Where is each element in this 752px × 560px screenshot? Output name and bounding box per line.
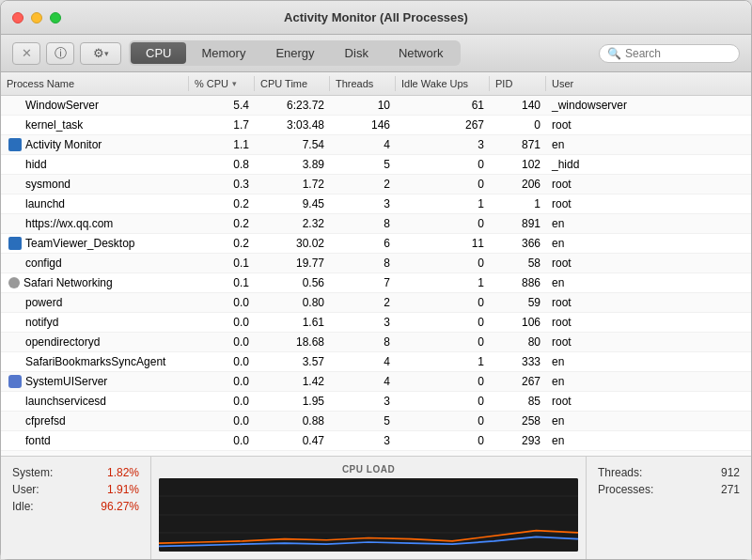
pid-cell: 886 [490,273,546,292]
minimize-button[interactable] [31,12,42,23]
user-cell: root [546,194,640,213]
process-name-cell: notifyd [1,313,189,332]
cpu-time-cell: 9.45 [255,194,330,213]
tab-network[interactable]: Network [384,42,459,64]
table-row[interactable]: cfprefsd 0.0 0.88 5 0 258 en [1,412,751,431]
idle-wake-ups-cell: 0 [396,372,490,391]
col-process-name[interactable]: Process Name [1,76,189,91]
process-icon-placeholder [8,316,22,329]
cpu-pct-cell: 0.0 [189,293,255,312]
close-button[interactable] [12,12,24,23]
process-name-cell: SystemUIServer [1,372,189,391]
threads-cell: 4 [330,372,396,391]
cpu-pct-cell: 0.3 [189,175,255,194]
col-cpu-pct[interactable]: % CPU ▾ [189,76,255,91]
col-cpu-time[interactable]: CPU Time [255,76,330,91]
stop-button[interactable]: ✕ [12,42,40,65]
process-icon-placeholder [8,257,22,270]
info-button[interactable]: ⓘ [46,42,74,65]
pid-cell: 1 [490,194,546,213]
process-name: https://wx.qq.com [25,217,113,230]
threads-label: Threads: [598,466,642,479]
tab-cpu[interactable]: CPU [131,42,186,64]
user-cell: root [546,116,640,134]
idle-value: 96.27% [101,500,139,513]
process-name-cell: configd [1,254,189,272]
cpu-pct-cell: 0.8 [189,155,255,174]
table-row[interactable]: fontd 0.0 0.47 3 0 293 en [1,431,751,451]
process-name: configd [25,257,62,270]
table-row[interactable]: powerd 0.0 0.80 2 0 59 root [1,293,751,313]
process-icon-placeholder [8,335,22,349]
threads-cell: 8 [330,214,396,233]
idle-wake-ups-cell: 0 [396,333,490,351]
sort-icon: ▾ [232,79,237,88]
col-threads[interactable]: Threads [330,76,396,91]
cpu-pct-cell: 0.0 [189,372,255,391]
table-row[interactable]: Activity Monitor 1.1 7.54 4 3 871 en [1,135,751,155]
user-cell: _windowserver [546,96,640,115]
process-icon [8,138,22,151]
idle-wake-ups-cell: 61 [396,96,490,115]
table-row[interactable]: Safari Networking 0.1 0.56 7 1 886 en [1,273,751,293]
cpu-time-cell: 30.02 [255,234,330,253]
window-title: Activity Monitor (All Processes) [284,10,468,24]
process-name: SystemUIServer [25,375,107,388]
table-row[interactable]: notifyd 0.0 1.61 3 0 106 root [1,313,751,333]
col-idle-wake-ups[interactable]: Idle Wake Ups [396,76,490,91]
pid-cell: 891 [490,214,546,233]
table-row[interactable]: launchservicesd 0.0 1.95 3 0 85 root [1,392,751,412]
search-input[interactable] [625,47,731,60]
process-name: SafariBookmarksSyncAgent [25,355,165,368]
idle-label: Idle: [12,500,34,513]
threads-cell: 3 [330,392,396,411]
cpu-time-cell: 3.57 [255,352,330,371]
table-row[interactable]: https://wx.qq.com 0.2 2.32 8 0 891 en [1,214,751,234]
tab-memory[interactable]: Memory [186,42,260,64]
process-name-cell: hidd [1,155,189,174]
col-pid[interactable]: PID [490,76,546,91]
user-cell: root [546,333,640,351]
tab-energy[interactable]: Energy [260,42,329,64]
system-value: 1.82% [107,466,139,479]
search-box[interactable]: 🔍 [599,44,740,63]
threads-cell: 3 [330,194,396,213]
gear-button[interactable]: ⚙ ▾ [80,42,121,65]
table-row[interactable]: launchd 0.2 9.45 3 1 1 root [1,194,751,214]
table-row[interactable]: SystemUIServer 0.0 1.42 4 0 267 en [1,372,751,392]
tab-disk[interactable]: Disk [330,42,384,64]
toolbar: ✕ ⓘ ⚙ ▾ CPU Memory Energy Disk Network 🔍 [1,35,751,72]
process-name: fontd [25,434,51,447]
table-row[interactable]: SafariBookmarksSyncAgent 0.0 3.57 4 1 33… [1,352,751,372]
pid-cell: 59 [490,293,546,312]
process-name: hidd [25,158,47,171]
user-label: User: [12,483,39,496]
idle-wake-ups-cell: 0 [396,155,490,174]
table-row[interactable]: hidd 0.8 3.89 5 0 102 _hidd [1,155,751,175]
idle-wake-ups-cell: 11 [396,234,490,253]
pid-cell: 366 [490,234,546,253]
table-row[interactable]: configd 0.1 19.77 8 0 58 root [1,254,751,273]
pid-cell: 0 [490,116,546,134]
cpu-pct-cell: 0.0 [189,352,255,371]
process-icon-placeholder [8,296,22,309]
title-bar: Activity Monitor (All Processes) [1,1,751,35]
process-icon-placeholder [8,217,22,230]
table-row[interactable]: WindowServer 5.4 6:23.72 10 61 140 _wind… [1,96,751,116]
cpu-time-cell: 1.61 [255,313,330,332]
table-row[interactable]: sysmond 0.3 1.72 2 0 206 root [1,175,751,194]
table-row[interactable]: opendirectoryd 0.0 18.68 8 0 80 root [1,333,751,352]
idle-stat-row: Idle: 96.27% [12,500,139,513]
process-name-cell: SafariBookmarksSyncAgent [1,352,189,371]
pid-cell: 80 [490,333,546,351]
pid-cell: 293 [490,431,546,450]
user-stat-row: User: 1.91% [12,483,139,496]
col-user[interactable]: User [546,76,640,91]
table-row[interactable]: TeamViewer_Desktop 0.2 30.02 6 11 366 en [1,234,751,254]
table-row[interactable]: kernel_task 1.7 3:03.48 146 267 0 root [1,116,751,135]
pid-cell: 140 [490,96,546,115]
maximize-button[interactable] [50,12,61,23]
process-icon-placeholder [8,118,22,132]
process-name-cell: kernel_task [1,116,189,134]
pid-cell: 258 [490,412,546,430]
